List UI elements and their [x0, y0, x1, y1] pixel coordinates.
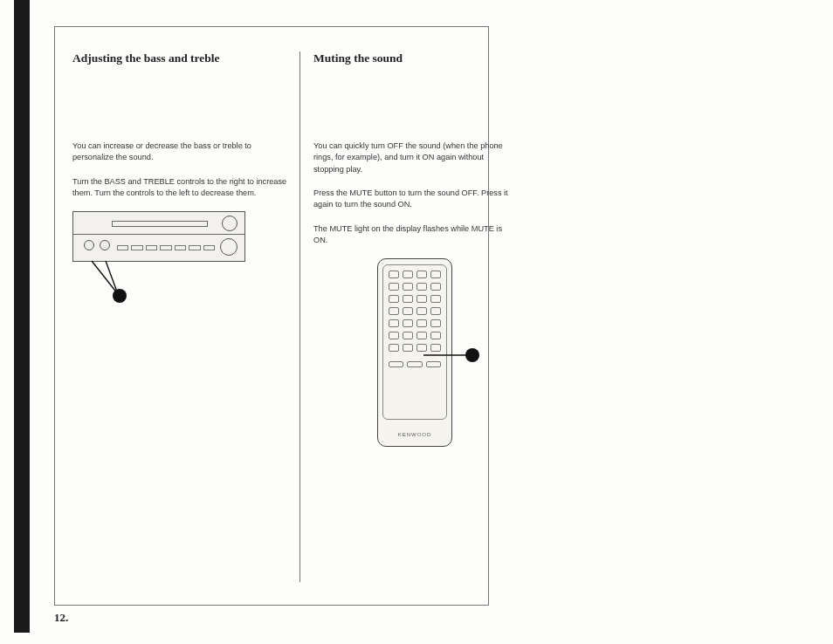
para-right-3: The MUTE light on the display flashes wh…: [313, 223, 516, 247]
remote-keypad: [382, 264, 447, 420]
mute-button: [426, 361, 441, 367]
receiver-display-slot: [112, 221, 208, 227]
para-left-2: Turn the BASS and TREBLE controls to the…: [72, 176, 291, 200]
volume-knob: [220, 238, 238, 256]
column-left: Adjusting the bass and treble You can in…: [72, 51, 291, 262]
bass-knob: [84, 240, 94, 250]
receiver-display-area: [73, 212, 244, 235]
para-right-2: Press the MUTE button to turn the sound …: [313, 188, 516, 211]
page-frame: Adjusting the bass and treble You can in…: [54, 26, 489, 606]
callout-dot-mute: [465, 348, 479, 362]
heading-mute: Muting the sound: [313, 51, 516, 65]
page-number: 12.: [54, 611, 68, 625]
treble-knob: [100, 240, 110, 250]
receiver-tuning-dial: [222, 216, 238, 231]
column-right: Muting the sound You can quickly turn OF…: [313, 51, 516, 447]
heading-bass-treble: Adjusting the bass and treble: [72, 51, 291, 65]
callout-line-bass-treble: [83, 256, 135, 308]
book-spine: [14, 0, 30, 633]
receiver-button-row: [117, 245, 215, 250]
callout-dot-bass-treble: [113, 289, 127, 303]
column-separator: [299, 51, 300, 582]
callout-line-mute: [420, 348, 472, 362]
para-left-1: You can increase or decrease the bass or…: [72, 140, 291, 164]
remote-brand-label: KENWOOD: [378, 432, 451, 437]
svg-line-0: [92, 261, 118, 294]
receiver-illustration: [72, 211, 245, 262]
para-right-1: You can quickly turn OFF the sound (when…: [313, 140, 516, 175]
